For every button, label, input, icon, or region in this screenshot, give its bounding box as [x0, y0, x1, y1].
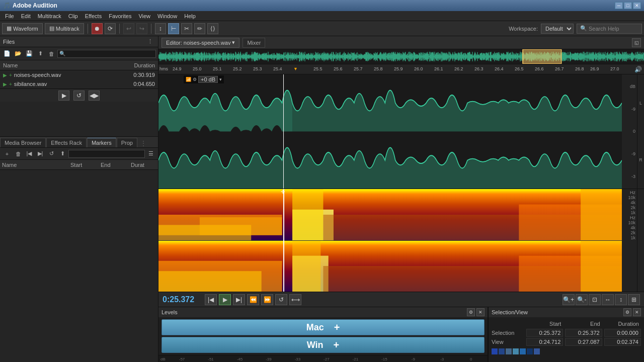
output-button[interactable]: ◀▶ — [89, 90, 100, 101]
marker-loop-button[interactable]: ↺ — [46, 149, 56, 158]
delete-file-button[interactable]: 🗑 — [46, 49, 56, 58]
sv-options-button[interactable]: ⚙ — [623, 308, 631, 316]
view-start[interactable]: 0:24.712 — [526, 338, 563, 346]
menu-edit[interactable]: Edit — [18, 12, 34, 20]
files-search-input[interactable] — [57, 50, 156, 58]
selection-view-table: Start End Duration Selection 0:25.372 0:… — [489, 317, 644, 356]
view-duration[interactable]: 0:02.374 — [604, 338, 641, 346]
record-button[interactable]: ⏺ — [92, 23, 103, 34]
color-swatch-3[interactable] — [506, 348, 512, 354]
fast-forward-button[interactable]: ⏩ — [261, 294, 273, 305]
undo-button[interactable]: ↩ — [123, 23, 134, 34]
go-start-button[interactable]: |◀ — [205, 294, 217, 305]
go-end-button[interactable]: ▶| — [233, 294, 245, 305]
selection-end[interactable]: 0:25.372 — [565, 329, 602, 337]
spectrogram-main: ✛ — [158, 189, 622, 292]
markers-menu-button[interactable]: ☰ — [146, 149, 156, 158]
open-file-button[interactable]: 📂 — [13, 49, 23, 58]
hz-1k-top: 1k — [630, 210, 635, 215]
mac-button[interactable]: Mac + — [162, 319, 485, 335]
view-end[interactable]: 0:27.087 — [565, 338, 602, 346]
menu-file[interactable]: File — [2, 12, 17, 20]
fit-view-button[interactable]: ◱ — [632, 38, 641, 47]
new-file-button[interactable]: 📄 — [2, 49, 12, 58]
time-selection-tool[interactable]: ⊢ — [168, 23, 179, 34]
files-panel-resize[interactable]: ⋮ — [145, 38, 155, 45]
lower-panel-resize[interactable]: ⋮ — [138, 139, 149, 147]
redo-button[interactable]: ↪ — [136, 23, 147, 34]
right-channel-label: R — [639, 157, 642, 162]
menu-effects[interactable]: Effects — [82, 12, 105, 20]
multitrack-view-button[interactable]: ▤ Multitrack — [45, 23, 84, 34]
audio-file-icon: ▶ — [3, 72, 7, 78]
win-button[interactable]: Win + — [162, 337, 485, 353]
play-button[interactable]: ▶ — [58, 90, 69, 101]
loop-button[interactable]: ⟳ — [105, 23, 116, 34]
tab-prop[interactable]: Prop — [117, 138, 137, 147]
razor-tool[interactable]: ✂ — [181, 23, 192, 34]
menu-view[interactable]: View — [135, 12, 153, 20]
dropdown-arrow-icon[interactable]: ▾ — [232, 39, 235, 46]
tab-effects-rack[interactable]: Effects Rack — [46, 138, 87, 147]
workspace-dropdown[interactable]: Default — [541, 24, 574, 34]
prev-marker-button[interactable]: |◀ — [24, 149, 34, 158]
menu-help[interactable]: Help — [181, 12, 199, 20]
menu-window[interactable]: Window — [154, 12, 180, 20]
ruler-249: 24.9 — [173, 66, 182, 71]
delete-marker-button[interactable]: 🗑 — [13, 149, 23, 158]
window-controls[interactable]: ─ □ ✕ — [615, 2, 641, 9]
loop-expand-button[interactable]: ⟷ — [289, 294, 301, 305]
waveform-container: 📶 ⚙ +0 dB ▾ — [158, 74, 644, 189]
zoom-in-button[interactable]: 🔍+ — [562, 294, 575, 305]
menu-multitrack[interactable]: Multitrack — [35, 12, 64, 20]
color-swatch-2[interactable] — [499, 348, 505, 354]
left-channel-label: L — [639, 101, 642, 106]
markers-search-input[interactable] — [68, 150, 145, 158]
zoom-full-button[interactable]: ⊞ — [628, 294, 640, 305]
next-marker-button[interactable]: ▶| — [35, 149, 45, 158]
selection-duration[interactable]: 0:00.000 — [604, 329, 641, 337]
search-help-input[interactable]: 🔍 Search Help — [577, 24, 642, 34]
file-item-noises[interactable]: ▶ + noises-speech.wav 0:30.919 — [0, 70, 158, 79]
color-swatch-5[interactable] — [520, 348, 526, 354]
pencil-tool[interactable]: ✏ — [194, 23, 205, 34]
import-button[interactable]: ⬆ — [35, 49, 45, 58]
play-transport-button[interactable]: ▶ — [219, 294, 231, 305]
color-swatch-4[interactable] — [513, 348, 519, 354]
brush-tool[interactable]: ⟨⟩ — [207, 23, 218, 34]
color-swatch-1[interactable] — [492, 348, 498, 354]
maximize-button[interactable]: □ — [624, 2, 632, 9]
ruler-266: 26.6 — [535, 66, 544, 71]
db-33: -33 — [283, 357, 312, 361]
levels-options-button[interactable]: ⚙ — [467, 308, 475, 316]
sv-close-button[interactable]: ✕ — [633, 308, 641, 316]
loop-transport-button[interactable]: ↺ — [73, 90, 85, 101]
levels-close-button[interactable]: ✕ — [476, 308, 485, 316]
overview-waveform-canvas — [158, 49, 644, 64]
waveform-view-button[interactable]: ▦ Waveform — [2, 23, 43, 34]
color-swatch-7[interactable] — [534, 348, 540, 354]
menu-favorites[interactable]: Favorites — [106, 12, 134, 20]
zoom-v-button[interactable]: ↕ — [615, 294, 627, 305]
selection-view-header: Selection/View ⚙ ✕ — [489, 307, 644, 317]
rewind-button[interactable]: ⏪ — [247, 294, 259, 305]
select-tool[interactable]: ↕ — [155, 23, 166, 34]
menu-clip[interactable]: Clip — [65, 12, 81, 20]
ruler-playhead-marker: ▼ — [293, 66, 298, 71]
zoom-fit-button[interactable]: ⊡ — [589, 294, 601, 305]
tab-markers[interactable]: Markers — [87, 138, 116, 147]
waveform-bottom-channel — [158, 132, 622, 189]
save-file-button[interactable]: 💾 — [24, 49, 34, 58]
color-swatch-6[interactable] — [527, 348, 533, 354]
zoom-out-button[interactable]: 🔍- — [576, 294, 588, 305]
add-marker-button[interactable]: + — [2, 149, 12, 158]
export-markers-button[interactable]: ⬆ — [57, 149, 67, 158]
selection-start[interactable]: 0:25.372 — [526, 329, 563, 337]
zoom-h-button[interactable]: ↔ — [602, 294, 614, 305]
mixer-button[interactable]: Mixer — [243, 38, 265, 48]
minimize-button[interactable]: ─ — [615, 2, 623, 9]
close-button[interactable]: ✕ — [633, 2, 641, 9]
tab-media-browser[interactable]: Media Browser — [0, 138, 46, 147]
loop-enable-button[interactable]: ↺ — [275, 294, 287, 305]
file-item-sibilance[interactable]: ▶ + sibilance.wav 0:04.650 — [0, 79, 158, 88]
